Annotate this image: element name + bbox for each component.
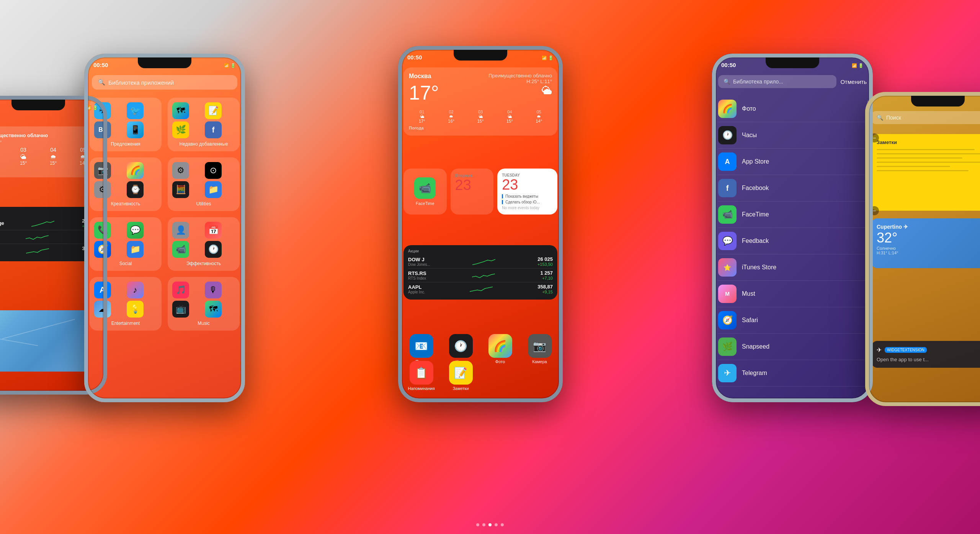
app-podcasts[interactable]: 🎙 (205, 282, 222, 298)
reminders-icon: 📋 (410, 361, 433, 385)
app-vk[interactable]: ВК (94, 121, 111, 138)
folder-music[interactable]: 🎵 🎙 📺 🗺 Music (168, 277, 240, 331)
notes-lines (877, 149, 980, 171)
app-appstore[interactable]: A (94, 282, 111, 298)
dot-5[interactable] (501, 523, 504, 526)
appstore-list-name: App Store (742, 158, 769, 165)
dot-4[interactable] (495, 523, 498, 526)
app-files[interactable]: 📁 (205, 181, 222, 198)
app-fb[interactable]: f (205, 121, 222, 138)
list-item-facebook[interactable]: f Facebook (718, 175, 867, 201)
dot-3[interactable] (488, 523, 492, 526)
widget-badge: WIDGETEXTENSION (885, 347, 927, 353)
phone-3-calendar-widget[interactable]: Вторник 23 (451, 169, 494, 215)
folder-social[interactable]: 📞 💬 🧭 📁 Social (90, 217, 162, 271)
folder-productivity[interactable]: 👤 📅 📹 🕐 Эффективность (168, 217, 240, 271)
notes-label: Заметки (443, 386, 479, 391)
folder-5-label: Social (94, 261, 157, 266)
phone-3-weather-icon: 🌥 (488, 84, 552, 97)
list-item-snapseed[interactable]: 🌿 Snapseed (718, 334, 867, 360)
app-settings2[interactable]: ⚙ (172, 162, 189, 179)
app-settings[interactable]: ⚙ (94, 181, 111, 198)
app-clock[interactable]: 🕐 (205, 241, 222, 258)
telegram-list-name: Telegram (742, 370, 767, 377)
app-photos-p3[interactable]: 🌈 Фото (482, 334, 518, 364)
list-item-clock[interactable]: 🕐 Часы (718, 122, 867, 149)
folder-utilities[interactable]: ⚙ ⊙ 🧮 📁 Utilities (168, 157, 240, 211)
dot-2[interactable] (482, 523, 485, 526)
app-camera[interactable]: 📷 (94, 162, 111, 179)
app-photos[interactable]: 🌈 (127, 162, 144, 179)
notes-minus-btn[interactable]: − (870, 133, 879, 143)
folder-entertainment[interactable]: A ♪ ☁ 💡 Entertainment (90, 277, 162, 331)
mail-icon: 📧 (410, 334, 433, 358)
app-itunes[interactable]: ♪ (127, 282, 144, 298)
stock-row-3: AAPL Apple Inc. 358,87 +9,15 (408, 282, 553, 296)
scene: 00:50 📶 🔋 Преимущественно облачно H:25° … (0, 0, 980, 534)
app-camera-p3[interactable]: 📷 Камера (522, 334, 557, 364)
app-twitter[interactable]: 🐦 (127, 102, 144, 119)
list-item-facetime[interactable]: 📹 FaceTime (718, 201, 867, 228)
phone-1-hour-1: 03 🌥 15° (0, 147, 7, 166)
phone-5-notch (911, 96, 965, 106)
phone-5-search[interactable]: 🔍 Поиск (871, 111, 980, 124)
app-weather[interactable]: ☁ (94, 301, 111, 318)
app-snapseed[interactable]: 🌿 (172, 121, 189, 138)
app-clock-p3[interactable]: 🕐 Часы (443, 334, 479, 364)
app-calculator[interactable]: 🧮 (172, 181, 189, 198)
app-maps[interactable]: 🗺 (172, 102, 189, 119)
phone-5-city: Cupertino ✈ (877, 224, 980, 230)
list-item-safari[interactable]: 🧭 Safari (718, 307, 867, 334)
app-notes-p3[interactable]: 📝 Заметки (443, 361, 479, 391)
app-messages[interactable]: 💬 (127, 222, 144, 239)
app-flashlight[interactable]: 💡 (127, 301, 144, 318)
folder-recently-added[interactable]: 🗺 📝 🌿 f Недавно добавленные (168, 98, 240, 151)
list-item-photos[interactable]: 🌈 Фото (718, 96, 867, 122)
folder-7-grid: A ♪ ☁ 💡 (94, 282, 157, 318)
app-safari[interactable]: 🧭 (94, 241, 111, 258)
phone-4-cancel[interactable]: Отменить (840, 79, 867, 85)
app-mail[interactable]: 📧 Почта (403, 334, 439, 364)
list-item-appstore[interactable]: A App Store (718, 149, 867, 175)
phone-3-notch (454, 50, 507, 61)
app-maps2[interactable]: 🗺 (205, 301, 222, 318)
app-reminders[interactable]: 📋 Напоминания (403, 361, 439, 391)
app-files2[interactable]: 📁 (127, 241, 144, 258)
facetime-list-icon: 📹 (718, 205, 737, 224)
app-contacts[interactable]: 👤 (172, 222, 189, 239)
folder-8-grid: 🎵 🎙 📺 🗺 (172, 282, 235, 318)
photos-list-icon: 🌈 (718, 100, 737, 118)
app-appletv[interactable]: 📺 (172, 301, 189, 318)
dot-1[interactable] (476, 523, 479, 526)
phone-5-temp: 32° (877, 230, 980, 246)
folder-4-label: Utilities (172, 201, 235, 206)
app-music[interactable]: 🎵 (172, 282, 189, 298)
phone-3-cal-num: 23 (455, 178, 489, 192)
phone-3-facetime-widget[interactable]: 📹 FaceTime (403, 169, 447, 215)
folder-creativity[interactable]: 📷 🌈 ⚙ ⌚ Креативность (90, 157, 162, 211)
phone-5-condition: Солнечно (877, 246, 980, 251)
phone-3-forecast: 01🌥17° 02🌧16° 03🌥15° 04🌥15° 05🌧14° (409, 110, 552, 123)
app-phone[interactable]: 📞 (94, 222, 111, 239)
feedback-list-name: Feedback (742, 238, 769, 244)
phone-2-folders: ✈ 🐦 ВК 📱 Предложения 🗺 📝 🌿 f Н (90, 98, 240, 331)
app-notes2[interactable]: 📝 (205, 102, 222, 119)
app-watchface2[interactable]: ⊙ (205, 162, 222, 179)
phone-4-search[interactable]: 🔍 Библиотека прило... (718, 75, 836, 88)
list-item-feedback[interactable]: 💬 Feedback (718, 228, 867, 254)
phone-3: 00:50 📶 🔋 Москва 17° Преимущественно обл… (398, 46, 563, 402)
tuesday-num: 23 (502, 177, 553, 192)
facebook-list-name: Facebook (742, 185, 769, 192)
phone-2-search[interactable]: 🔍 Библиотека приложений (92, 75, 237, 90)
notes-minus-btn-bottom[interactable]: − (870, 206, 879, 215)
widget-ext-text: Open the app to use t... (877, 357, 980, 362)
phone-3-weather-label: Погода (409, 126, 552, 130)
app-blue[interactable]: 📱 (127, 121, 144, 138)
list-item-itunes[interactable]: ⭐ iTunes Store (718, 254, 867, 281)
list-item-telegram[interactable]: ✈ Telegram (718, 360, 867, 387)
app-watchface[interactable]: ⌚ (127, 181, 144, 198)
event-1: Показать виджеты (502, 194, 553, 198)
app-facetime[interactable]: 📹 (172, 241, 189, 258)
app-calendar[interactable]: 📅 (205, 222, 222, 239)
list-item-must[interactable]: M Must (718, 281, 867, 307)
